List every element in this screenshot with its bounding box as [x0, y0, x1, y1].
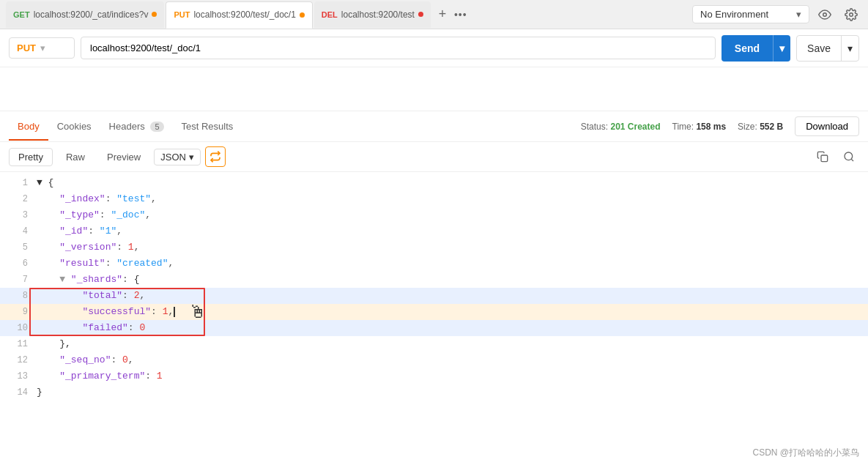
save-label: Save: [797, 36, 842, 61]
line-number: 9: [6, 304, 28, 320]
svg-rect-2: [821, 155, 828, 162]
line-content: "_version": 1,: [37, 239, 139, 256]
code-line-3: 3 "_type": "_doc",: [0, 207, 868, 223]
save-arrow-icon[interactable]: ▾: [842, 36, 858, 61]
line-number: 13: [6, 368, 28, 384]
watermark: CSDN @打哈哈哈的小菜鸟: [752, 447, 859, 459]
line-content: }: [37, 384, 42, 401]
code-line-13: 13 "_primary_term": 1: [0, 368, 868, 384]
code-line-11: 11 },: [0, 336, 868, 352]
tab-method-put: PUT: [174, 10, 190, 19]
method-chevron-icon: ▾: [40, 42, 45, 53]
code-line-6: 6 "result": "created",: [0, 256, 868, 272]
response-tabs-bar: Body Cookies Headers 5 Test Results Stat…: [0, 111, 868, 142]
code-line-1: 1▼ {: [0, 175, 868, 191]
pretty-button[interactable]: Pretty: [9, 148, 53, 166]
more-tabs-button[interactable]: •••: [454, 9, 467, 21]
send-arrow-icon[interactable]: ▾: [774, 35, 790, 62]
code-line-8: 8 "total": 2,: [0, 288, 868, 304]
tab-dot-put: [300, 12, 305, 18]
tab-cookies[interactable]: Cookies: [48, 114, 100, 141]
raw-button[interactable]: Raw: [57, 149, 94, 165]
line-content: "successful": 1,: [37, 304, 175, 320]
send-button[interactable]: Send ▾: [722, 35, 790, 62]
line-content: "_seq_no": 0,: [37, 352, 134, 368]
download-button[interactable]: Download: [795, 116, 859, 136]
send-label: Send: [722, 35, 774, 62]
tab-method-del: DEL: [322, 10, 338, 19]
status-value: 201 Created: [610, 122, 660, 132]
code-line-4: 4 "_id": "1",: [0, 223, 868, 239]
format-bar: Pretty Raw Preview JSON ▾: [0, 142, 868, 172]
size-label: Size: 552 B: [738, 122, 783, 132]
format-right-actions: [812, 146, 859, 167]
env-label: No Environment: [700, 9, 768, 20]
tab-dot-get: [152, 12, 157, 17]
tab-url-del: localhost:9200/test: [341, 10, 415, 20]
format-type-select[interactable]: JSON ▾: [154, 149, 201, 165]
tab-dot-del: [418, 12, 423, 17]
line-content: "_primary_term": 1: [37, 368, 163, 384]
line-content: "total": 2,: [37, 288, 145, 304]
tab-test-results[interactable]: Test Results: [173, 114, 242, 141]
tab-get[interactable]: GET localhost:9200/_cat/indices?v: [6, 1, 164, 28]
line-content: "_id": "1",: [37, 223, 122, 239]
add-tab-button[interactable]: +: [432, 4, 453, 25]
line-number: 7: [6, 272, 28, 288]
line-number: 2: [6, 191, 28, 207]
method-select[interactable]: PUT ▾: [9, 37, 75, 59]
svg-point-0: [823, 12, 827, 16]
line-content: "result": "created",: [37, 256, 174, 272]
code-line-9: 9 "successful": 1,: [0, 304, 868, 320]
line-number: 11: [6, 336, 28, 352]
code-line-14: 14}: [0, 384, 868, 401]
line-number: 3: [6, 207, 28, 223]
request-bar: PUT ▾ Send ▾ Save ▾: [0, 29, 868, 67]
line-number: 4: [6, 223, 28, 239]
size-value: 552 B: [760, 122, 783, 132]
line-content: "failed": 0: [37, 320, 145, 336]
eye-icon-button[interactable]: [814, 4, 836, 26]
response-code: 1▼ {2 "_index": "test",3 "_type": "_doc"…: [0, 172, 868, 403]
code-line-5: 5 "_version": 1,: [0, 239, 868, 256]
code-line-12: 12 "_seq_no": 0,: [0, 352, 868, 368]
tab-url-get: localhost:9200/_cat/indices?v: [34, 10, 149, 20]
line-number: 12: [6, 352, 28, 368]
wrap-icon[interactable]: [205, 146, 226, 167]
search-icon-button[interactable]: [839, 146, 859, 167]
tab-put[interactable]: PUT localhost:9200/test/_doc/1: [166, 1, 312, 29]
line-number: 8: [6, 288, 28, 304]
request-body-area: [0, 67, 868, 111]
line-number: 1: [6, 175, 28, 191]
tab-url-put: localhost:9200/test/_doc/1: [193, 10, 295, 20]
line-number: 5: [6, 239, 28, 256]
url-input[interactable]: [81, 37, 716, 59]
copy-icon-button[interactable]: [812, 146, 833, 167]
response-body: 1▼ {2 "_index": "test",3 "_type": "_doc"…: [0, 172, 868, 465]
code-line-2: 2 "_index": "test",: [0, 191, 868, 207]
format-type-label: JSON: [160, 152, 186, 163]
method-label: PUT: [17, 42, 36, 53]
line-content: },: [37, 336, 71, 352]
svg-line-4: [851, 159, 853, 161]
response-status: Status: 201 Created Time: 158 ms Size: 5…: [581, 116, 859, 136]
line-number: 10: [6, 320, 28, 336]
status-label: Status: 201 Created: [581, 122, 661, 132]
line-number: 14: [6, 384, 28, 401]
tab-headers[interactable]: Headers 5: [100, 114, 173, 141]
line-content: "_type": "_doc",: [37, 207, 151, 223]
save-button[interactable]: Save ▾: [796, 35, 859, 62]
chevron-down-icon: ▾: [796, 9, 801, 20]
line-content: "_index": "test",: [37, 191, 157, 207]
svg-point-1: [850, 12, 853, 16]
time-label: Time: 158 ms: [672, 122, 727, 132]
environment-select[interactable]: No Environment ▾: [692, 5, 809, 23]
tab-del[interactable]: DEL localhost:9200/test: [314, 1, 431, 28]
tab-body[interactable]: Body: [9, 114, 48, 141]
time-value: 158 ms: [696, 122, 726, 132]
headers-badge: 5: [150, 122, 163, 132]
line-content: ▼ "_shards": {: [37, 272, 139, 288]
preview-button[interactable]: Preview: [98, 149, 149, 165]
settings-icon-button[interactable]: [840, 4, 862, 26]
code-line-10: 10 "failed": 0: [0, 320, 868, 336]
